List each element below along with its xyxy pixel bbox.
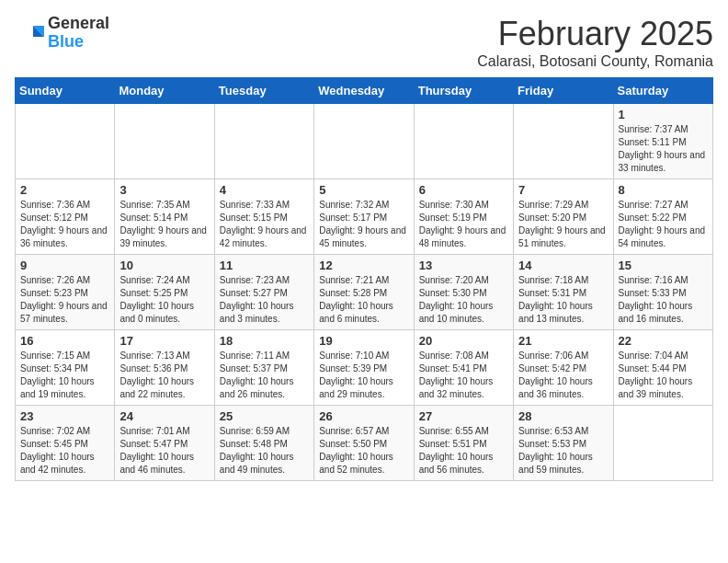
calendar-week-row: 9Sunrise: 7:26 AM Sunset: 5:23 PM Daylig… — [16, 255, 713, 330]
calendar-week-row: 1Sunrise: 7:37 AM Sunset: 5:11 PM Daylig… — [16, 104, 713, 179]
calendar-cell: 12Sunrise: 7:21 AM Sunset: 5:28 PM Dayli… — [314, 255, 414, 330]
calendar-cell: 2Sunrise: 7:36 AM Sunset: 5:12 PM Daylig… — [16, 179, 115, 255]
day-number: 21 — [518, 334, 608, 348]
day-number: 23 — [20, 409, 109, 423]
calendar-cell: 4Sunrise: 7:33 AM Sunset: 5:15 PM Daylig… — [214, 179, 313, 255]
day-info: Sunrise: 7:21 AM Sunset: 5:28 PM Dayligh… — [319, 274, 408, 326]
calendar-cell: 16Sunrise: 7:15 AM Sunset: 5:34 PM Dayli… — [16, 330, 115, 406]
day-number: 13 — [419, 259, 508, 272]
calendar-header-sunday: Sunday — [16, 78, 115, 104]
day-info: Sunrise: 7:30 AM Sunset: 5:19 PM Dayligh… — [419, 199, 508, 250]
day-info: Sunrise: 7:37 AM Sunset: 5:11 PM Dayligh… — [619, 123, 708, 175]
logo-text: General Blue — [48, 15, 109, 52]
day-info: Sunrise: 7:08 AM Sunset: 5:41 PM Dayligh… — [419, 350, 508, 401]
logo-blue-text: Blue — [48, 33, 109, 52]
day-info: Sunrise: 7:32 AM Sunset: 5:17 PM Dayligh… — [319, 199, 408, 250]
calendar-header-saturday: Saturday — [613, 78, 712, 104]
day-info: Sunrise: 7:13 AM Sunset: 5:36 PM Dayligh… — [119, 350, 209, 401]
calendar-header-row: SundayMondayTuesdayWednesdayThursdayFrid… — [16, 78, 713, 104]
calendar-cell: 5Sunrise: 7:32 AM Sunset: 5:17 PM Daylig… — [314, 179, 414, 255]
day-number: 8 — [619, 183, 708, 197]
calendar-cell: 1Sunrise: 7:37 AM Sunset: 5:11 PM Daylig… — [613, 104, 712, 179]
calendar-header-wednesday: Wednesday — [314, 78, 414, 104]
calendar-week-row: 2Sunrise: 7:36 AM Sunset: 5:12 PM Daylig… — [16, 179, 713, 255]
day-number: 5 — [319, 183, 408, 197]
calendar-cell: 6Sunrise: 7:30 AM Sunset: 5:19 PM Daylig… — [414, 179, 513, 255]
day-number: 6 — [419, 183, 508, 197]
title-block: February 2025 Calarasi, Botosani County,… — [477, 15, 713, 70]
day-number: 25 — [220, 409, 309, 423]
day-number: 14 — [518, 259, 608, 272]
calendar-cell: 20Sunrise: 7:08 AM Sunset: 5:41 PM Dayli… — [414, 330, 513, 406]
calendar-week-row: 23Sunrise: 7:02 AM Sunset: 5:45 PM Dayli… — [16, 406, 713, 481]
day-info: Sunrise: 7:33 AM Sunset: 5:15 PM Dayligh… — [220, 199, 309, 250]
day-number: 3 — [119, 183, 209, 197]
calendar-cell: 24Sunrise: 7:01 AM Sunset: 5:47 PM Dayli… — [115, 406, 214, 481]
calendar-cell: 8Sunrise: 7:27 AM Sunset: 5:22 PM Daylig… — [613, 179, 712, 255]
day-number: 17 — [119, 334, 209, 348]
day-number: 10 — [119, 259, 209, 272]
day-number: 27 — [419, 409, 508, 423]
calendar-header-thursday: Thursday — [414, 78, 513, 104]
day-number: 12 — [319, 259, 408, 272]
calendar-cell: 13Sunrise: 7:20 AM Sunset: 5:30 PM Dayli… — [414, 255, 513, 330]
calendar-cell: 22Sunrise: 7:04 AM Sunset: 5:44 PM Dayli… — [613, 330, 712, 406]
calendar-cell: 10Sunrise: 7:24 AM Sunset: 5:25 PM Dayli… — [115, 255, 214, 330]
day-info: Sunrise: 6:57 AM Sunset: 5:50 PM Dayligh… — [319, 425, 408, 477]
day-info: Sunrise: 7:29 AM Sunset: 5:20 PM Dayligh… — [518, 199, 608, 250]
calendar-header-monday: Monday — [115, 78, 214, 104]
calendar-cell — [414, 104, 513, 179]
calendar-cell: 14Sunrise: 7:18 AM Sunset: 5:31 PM Dayli… — [514, 255, 613, 330]
calendar-cell — [214, 104, 313, 179]
month-title: February 2025 — [477, 15, 713, 53]
calendar-cell: 26Sunrise: 6:57 AM Sunset: 5:50 PM Dayli… — [314, 406, 414, 481]
calendar-header-friday: Friday — [514, 78, 613, 104]
day-info: Sunrise: 7:01 AM Sunset: 5:47 PM Dayligh… — [119, 425, 209, 477]
day-number: 22 — [619, 334, 708, 348]
day-number: 19 — [319, 334, 408, 348]
calendar-week-row: 16Sunrise: 7:15 AM Sunset: 5:34 PM Dayli… — [16, 330, 713, 406]
calendar-cell — [613, 406, 712, 481]
day-number: 1 — [619, 108, 708, 121]
day-info: Sunrise: 6:55 AM Sunset: 5:51 PM Dayligh… — [419, 425, 508, 477]
calendar-cell: 21Sunrise: 7:06 AM Sunset: 5:42 PM Dayli… — [514, 330, 613, 406]
day-info: Sunrise: 7:10 AM Sunset: 5:39 PM Dayligh… — [319, 350, 408, 401]
day-info: Sunrise: 7:24 AM Sunset: 5:25 PM Dayligh… — [119, 274, 209, 326]
day-number: 15 — [619, 259, 708, 272]
calendar-cell: 23Sunrise: 7:02 AM Sunset: 5:45 PM Dayli… — [16, 406, 115, 481]
day-info: Sunrise: 7:16 AM Sunset: 5:33 PM Dayligh… — [619, 274, 708, 326]
logo: General Blue — [15, 15, 109, 52]
calendar-cell: 25Sunrise: 6:59 AM Sunset: 5:48 PM Dayli… — [214, 406, 313, 481]
day-number: 20 — [419, 334, 508, 348]
calendar-cell — [115, 104, 214, 179]
calendar-cell: 11Sunrise: 7:23 AM Sunset: 5:27 PM Dayli… — [214, 255, 313, 330]
calendar-cell: 18Sunrise: 7:11 AM Sunset: 5:37 PM Dayli… — [214, 330, 313, 406]
day-info: Sunrise: 7:18 AM Sunset: 5:31 PM Dayligh… — [518, 274, 608, 326]
calendar-cell — [514, 104, 613, 179]
calendar-cell: 19Sunrise: 7:10 AM Sunset: 5:39 PM Dayli… — [314, 330, 414, 406]
day-number: 7 — [518, 183, 608, 197]
day-number: 11 — [220, 259, 309, 272]
logo-icon — [15, 18, 44, 48]
day-number: 4 — [220, 183, 309, 197]
day-info: Sunrise: 7:11 AM Sunset: 5:37 PM Dayligh… — [220, 350, 309, 401]
day-info: Sunrise: 7:27 AM Sunset: 5:22 PM Dayligh… — [619, 199, 708, 250]
day-number: 18 — [220, 334, 309, 348]
calendar-cell: 17Sunrise: 7:13 AM Sunset: 5:36 PM Dayli… — [115, 330, 214, 406]
day-number: 9 — [20, 259, 109, 272]
calendar-cell: 27Sunrise: 6:55 AM Sunset: 5:51 PM Dayli… — [414, 406, 513, 481]
day-number: 24 — [119, 409, 209, 423]
page-header: General Blue February 2025 Calarasi, Bot… — [15, 15, 713, 70]
location-title: Calarasi, Botosani County, Romania — [477, 53, 713, 70]
day-number: 16 — [20, 334, 109, 348]
calendar-header-tuesday: Tuesday — [214, 78, 313, 104]
calendar-cell: 15Sunrise: 7:16 AM Sunset: 5:33 PM Dayli… — [613, 255, 712, 330]
calendar-cell — [314, 104, 414, 179]
day-info: Sunrise: 7:36 AM Sunset: 5:12 PM Dayligh… — [20, 199, 109, 250]
day-info: Sunrise: 7:04 AM Sunset: 5:44 PM Dayligh… — [619, 350, 708, 401]
day-number: 2 — [20, 183, 109, 197]
calendar-cell: 28Sunrise: 6:53 AM Sunset: 5:53 PM Dayli… — [514, 406, 613, 481]
day-info: Sunrise: 6:59 AM Sunset: 5:48 PM Dayligh… — [220, 425, 309, 477]
logo-general-text: General — [48, 15, 109, 33]
calendar-cell: 9Sunrise: 7:26 AM Sunset: 5:23 PM Daylig… — [16, 255, 115, 330]
